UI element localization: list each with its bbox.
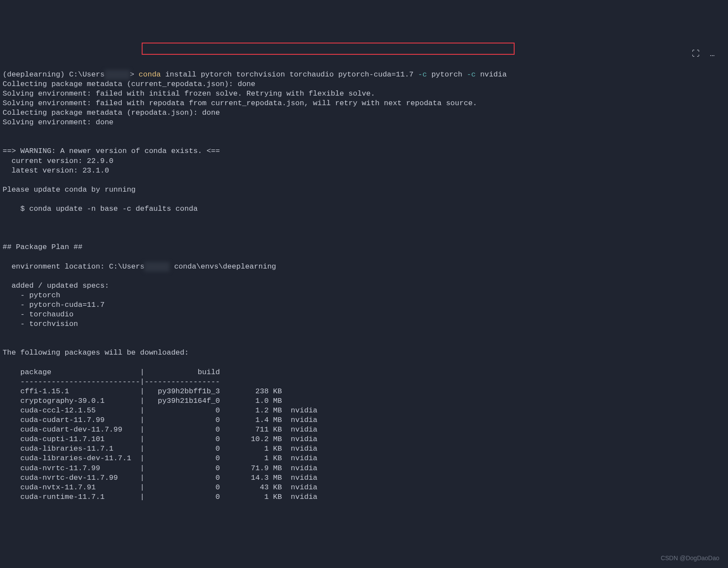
package-row: cuda-libraries-11.7.1 | 0 1 KB nvidia (3, 445, 317, 453)
command-conda: conda (139, 70, 161, 79)
package-row: cuda-cccl-12.1.55 | 0 1.2 MB nvidia (3, 406, 317, 415)
package-row: cuda-nvrtc-11.7.99 | 0 71.9 MB nvidia (3, 464, 317, 472)
package-row: cuda-cupti-11.7.101 | 0 10.2 MB nvidia (3, 435, 317, 443)
package-row: cryptography-39.0.1 | py39h21b164f_0 1.0… (3, 397, 282, 405)
command-arg2: nvidia (480, 70, 507, 79)
terminal-output[interactable]: ⛶ … (deeplearning) C:\UsersXXXXX> conda … (3, 41, 725, 502)
warning-header: ==> WARNING: A newer version of conda ex… (3, 147, 220, 155)
watermark: CSDN @DogDaoDao (661, 554, 719, 562)
output-line: Solving environment: failed with repodat… (3, 99, 477, 107)
update-prompt: Please update conda by running (3, 186, 136, 194)
env-location-suffix: conda\envs\deeplearning (174, 262, 276, 271)
command-highlight-box (142, 43, 515, 55)
package-row: cuda-cudart-11.7.99 | 0 1.4 MB nvidia (3, 416, 317, 424)
table-header: package | build (3, 368, 220, 376)
output-line: Solving environment: done (3, 118, 113, 126)
output-line: Collecting package metadata (repodata.js… (3, 109, 220, 117)
warning-latest: latest version: 23.1.0 (3, 166, 109, 175)
prompt-env: (deeplearning) (3, 70, 65, 79)
prompt-suffix: > (130, 70, 134, 79)
spec-item: - pytorch-cuda=11.7 (3, 301, 105, 309)
toolbar: ⛶ … (691, 49, 718, 59)
spec-item: - pytorch (3, 291, 60, 299)
redacted-username: XXXXX (105, 70, 130, 80)
spec-item: - torchvision (3, 320, 78, 328)
output-line: Solving environment: failed with initial… (3, 90, 375, 98)
spec-item: - torchaudio (3, 310, 73, 319)
package-row: cuda-nvrtc-dev-11.7.99 | 0 14.3 MB nvidi… (3, 474, 317, 482)
package-plan-header: ## Package Plan ## (3, 243, 83, 251)
prompt-path-prefix: C:\Users (69, 70, 105, 79)
package-row: cffi-1.15.1 | py39h2bbff1b_3 238 KB (3, 387, 282, 395)
package-row: cuda-nvtx-11.7.91 | 0 43 KB nvidia (3, 483, 317, 492)
more-icon[interactable]: … (707, 49, 718, 59)
update-command: $ conda update -n base -c defaults conda (3, 205, 198, 213)
env-location-prefix: environment location: C:\Users (3, 262, 144, 271)
table-divider: ---------------------------|------------… (3, 378, 220, 386)
command-arg1: pytorch (431, 70, 462, 79)
command-flag2: -c (467, 70, 475, 79)
command-args: install pytorch torchvision torchaudio p… (165, 70, 413, 79)
redacted-username: XXXXX (144, 262, 170, 272)
package-row: cuda-cudart-dev-11.7.99 | 0 711 KB nvidi… (3, 425, 317, 434)
output-line: Collecting package metadata (current_rep… (3, 80, 256, 88)
specs-header: added / updated specs: (3, 282, 109, 290)
command-flag1: -c (418, 70, 427, 79)
package-row: cuda-runtime-11.7.1 | 0 1 KB nvidia (3, 493, 317, 501)
package-row: cuda-libraries-dev-11.7.1 | 0 1 KB nvidi… (3, 454, 317, 462)
expand-icon[interactable]: ⛶ (691, 49, 701, 59)
warning-current: current version: 22.9.0 (3, 157, 113, 165)
download-header: The following packages will be downloade… (3, 349, 189, 357)
package-table-body: cffi-1.15.1 | py39h2bbff1b_3 238 KB cryp… (3, 387, 725, 502)
